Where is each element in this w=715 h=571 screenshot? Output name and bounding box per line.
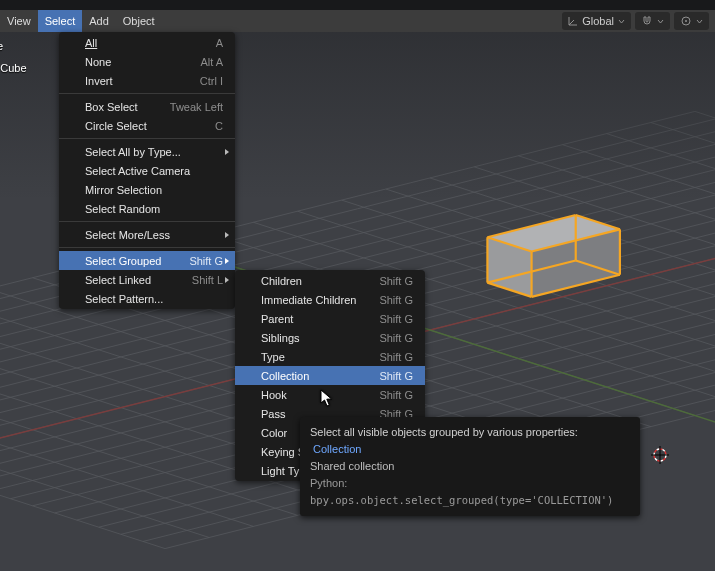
chevron-down-icon	[696, 18, 703, 25]
editor-header: View Select Add Object Global	[0, 10, 715, 32]
menu-separator	[59, 93, 235, 94]
submenu-type[interactable]: TypeShift G	[235, 347, 425, 366]
menu-separator	[59, 221, 235, 222]
menu-item-mirror[interactable]: Mirror Selection	[59, 180, 235, 199]
tooltip: Select all visible objects grouped by va…	[300, 417, 640, 516]
transform-orientation-dropdown[interactable]: Global	[562, 12, 631, 30]
proportional-icon	[680, 15, 692, 27]
chevron-down-icon	[618, 18, 625, 25]
menu-item-active-camera[interactable]: Select Active Camera	[59, 161, 235, 180]
menu-separator	[59, 138, 235, 139]
workspace-tabs[interactable]	[0, 0, 715, 10]
menu-item-none[interactable]: NoneAlt A	[59, 52, 235, 71]
menu-item-box-select[interactable]: Box SelectTweak Left	[59, 97, 235, 116]
submenu-children[interactable]: ChildrenShift G	[235, 271, 425, 290]
menu-separator	[59, 247, 235, 248]
menu-item-linked[interactable]: Select LinkedShift L	[59, 270, 235, 289]
snap-toggle[interactable]	[635, 12, 670, 30]
menu-item-random[interactable]: Select Random	[59, 199, 235, 218]
magnet-icon	[641, 15, 653, 27]
menu-item-circle-select[interactable]: Circle SelectC	[59, 116, 235, 135]
proportional-edit-toggle[interactable]	[674, 12, 709, 30]
collection-object-label: Collection | Cube	[0, 62, 27, 74]
menu-item-select-by-type[interactable]: Select All by Type...	[59, 142, 235, 161]
menu-object[interactable]: Object	[116, 10, 162, 32]
menu-item-all[interactable]: AllA	[59, 33, 235, 52]
menu-item-more-less[interactable]: Select More/Less	[59, 225, 235, 244]
menu-item-invert[interactable]: InvertCtrl I	[59, 71, 235, 90]
svg-point-1	[685, 20, 687, 22]
menu-item-pattern[interactable]: Select Pattern...	[59, 289, 235, 308]
menu-select[interactable]: Select	[38, 10, 83, 32]
submenu-hook[interactable]: HookShift G	[235, 385, 425, 404]
submenu-parent[interactable]: ParentShift G	[235, 309, 425, 328]
cursor-3d-icon	[649, 444, 671, 468]
chevron-down-icon	[657, 18, 664, 25]
mode-label: tive	[0, 40, 3, 52]
menu-item-grouped[interactable]: Select GroupedShift G	[59, 251, 235, 270]
submenu-immediate-children[interactable]: Immediate ChildrenShift G	[235, 290, 425, 309]
menu-view[interactable]: View	[0, 10, 38, 32]
submenu-collection[interactable]: CollectionShift G	[235, 366, 425, 385]
menu-add[interactable]: Add	[82, 10, 116, 32]
submenu-siblings[interactable]: SiblingsShift G	[235, 328, 425, 347]
select-menu[interactable]: AllA NoneAlt A InvertCtrl I Box SelectTw…	[59, 32, 235, 309]
transform-orient-icon	[568, 16, 578, 26]
